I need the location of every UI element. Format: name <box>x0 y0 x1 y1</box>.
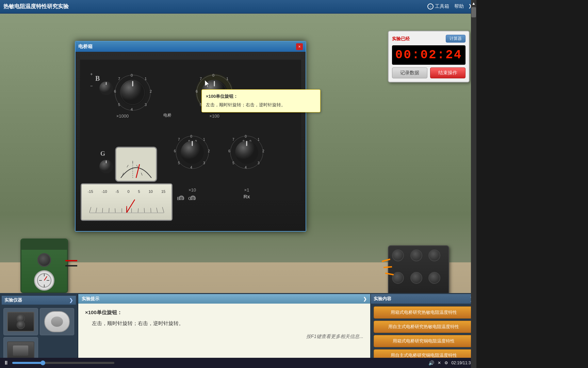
knob-g[interactable] <box>99 160 113 173</box>
instruments-panel-header: 实验仪器 ❯ <box>2 296 76 305</box>
svg-text:4: 4 <box>245 166 247 169</box>
svg-rect-6 <box>80 57 301 200</box>
right-knob-2[interactable] <box>410 249 422 261</box>
tools-icon: ○ <box>427 3 434 10</box>
vr-knob[interactable] <box>37 253 51 267</box>
right-knob-1[interactable] <box>392 249 404 261</box>
orange-wire-2 <box>383 266 392 268</box>
hints-header: 实验提示 ❯ <box>78 294 370 304</box>
svg-text:7: 7 <box>232 138 234 141</box>
svg-line-5 <box>44 276 47 280</box>
exp-btn-1[interactable]: 用箱式电桥研究热敏电阻温度特性 <box>374 306 474 319</box>
instrument-thumb-2[interactable] <box>40 308 75 335</box>
exp-btn-3[interactable]: 用箱式电桥研究铜电阻温度特性 <box>374 335 474 347</box>
svg-text:1: 1 <box>203 138 205 141</box>
vertical-scrollbar[interactable]: ▲ <box>471 0 476 368</box>
orange-wire-1 <box>382 259 390 262</box>
instruments-grid <box>2 306 76 366</box>
instrument-close-btn[interactable]: × <box>296 43 303 50</box>
exp-btn-2[interactable]: 用自主式电桥研究热敏电阻温度特性 <box>374 321 474 333</box>
svg-text:Rx: Rx <box>243 194 250 199</box>
progress-indicator <box>40 361 45 365</box>
svg-text:0: 0 <box>131 73 133 77</box>
svg-text:2: 2 <box>150 89 152 93</box>
hints-footer: 按F1键查看更多相关信息... <box>78 332 370 341</box>
scrollbar-thumb[interactable] <box>471 7 476 17</box>
instrument-window: 电桥箱 × B + − <box>75 41 306 232</box>
svg-text:G: G <box>100 150 105 157</box>
svg-text:6: 6 <box>114 89 116 93</box>
svg-line-97 <box>150 208 151 212</box>
progress-bar-fill <box>12 362 43 364</box>
toolbar-tools-btn[interactable]: ○ 工具箱 <box>427 3 449 10</box>
hints-title: 实验提示 <box>82 296 99 302</box>
svg-text:6: 6 <box>228 149 230 153</box>
svg-line-87 <box>89 207 91 213</box>
svg-text:B: B <box>95 75 100 82</box>
experiment-status: 实验已经 <box>392 36 410 42</box>
instruments-collapse-icon[interactable]: ❯ <box>69 297 73 303</box>
record-data-button[interactable]: 记录数据 <box>392 67 427 78</box>
settings-icon[interactable]: ⚙ <box>444 361 448 365</box>
knob-small-left[interactable] <box>99 81 113 95</box>
right-knob-5[interactable] <box>410 272 422 284</box>
svg-text:3: 3 <box>258 161 260 165</box>
timer-panel: 实验已经 计算器 00:02:24 记录数据 结束操作 <box>388 31 470 82</box>
toolbar-help-btn[interactable]: 帮助 <box>454 3 464 10</box>
mute-icon[interactable]: ✕ <box>438 361 441 365</box>
vr-top <box>21 240 67 250</box>
svg-text:3: 3 <box>145 103 147 107</box>
svg-text:−: − <box>90 83 93 89</box>
time-display: 02:19/11:36 <box>452 361 473 365</box>
volume-icon[interactable]: 🔊 <box>428 360 434 366</box>
hints-collapse-icon[interactable]: ❯ <box>363 296 367 302</box>
hints-main-title: ×100单位旋钮： <box>85 308 363 317</box>
svg-line-88 <box>96 208 97 213</box>
svg-text:0: 0 <box>190 135 192 138</box>
status-right: 🔊 ✕ ⚙ 02:19/11:36 <box>428 360 473 366</box>
timer-display: 00:02:24 <box>392 45 466 65</box>
experiment-panel-title: 实验内容 <box>374 296 391 302</box>
progress-bar[interactable] <box>12 362 114 364</box>
app-window: 热敏电阻温度特性研究实验 ○ 工具箱 帮助 X <box>0 0 476 368</box>
svg-text:1: 1 <box>226 77 228 81</box>
svg-text:4: 4 <box>131 107 133 111</box>
voltage-regulator <box>20 239 68 293</box>
right-knob-3[interactable] <box>428 249 440 261</box>
instrument-title: 电桥箱 <box>78 44 93 50</box>
instrument-thumb-1[interactable] <box>3 308 38 335</box>
hints-content: ×100单位旋钮： 左击，顺时针旋转；右击，逆时针旋转。 <box>78 304 370 332</box>
svg-line-99 <box>162 207 164 213</box>
play-pause-button[interactable]: ⏸ <box>3 360 9 366</box>
instrument-titlebar: 电桥箱 × <box>76 42 306 52</box>
scroll-up-btn[interactable]: ▲ <box>471 0 476 7</box>
meter-popup: -15 -10 -5 0 5 10 15 <box>81 183 173 221</box>
svg-text:×100: ×100 <box>209 113 219 119</box>
right-box <box>388 245 449 296</box>
svg-text:×1: ×1 <box>244 187 249 193</box>
svg-text:0: 0 <box>212 73 214 77</box>
tooltip-title: ×100单位旋钮： <box>206 93 316 100</box>
svg-line-91 <box>115 208 115 212</box>
bottom-area: 实验仪器 ❯ <box>0 293 476 368</box>
svg-text:5: 5 <box>178 161 180 165</box>
svg-line-95 <box>138 208 138 212</box>
right-knob-4[interactable] <box>392 272 404 284</box>
svg-text:0: 0 <box>245 135 247 138</box>
svg-text:5: 5 <box>232 161 234 165</box>
svg-text:6: 6 <box>196 89 198 93</box>
svg-text:1: 1 <box>145 77 147 81</box>
end-operation-button[interactable]: 结束操作 <box>430 67 466 78</box>
svg-text:2: 2 <box>262 149 264 153</box>
svg-line-96 <box>144 208 144 212</box>
svg-line-98 <box>157 208 158 213</box>
hints-panel: 实验提示 ❯ ×100单位旋钮： 左击，顺时针旋转；右击，逆时针旋转。 按F1键… <box>78 294 371 368</box>
calculator-button[interactable]: 计算器 <box>446 35 466 43</box>
svg-text:7: 7 <box>178 138 180 141</box>
svg-text:5: 5 <box>118 103 120 107</box>
svg-text:4: 4 <box>190 166 192 169</box>
status-left: ⏸ <box>3 360 114 366</box>
timer-panel-top: 实验已经 计算器 <box>392 35 466 43</box>
right-knob-6[interactable] <box>428 272 440 284</box>
svg-point-85 <box>191 197 195 200</box>
